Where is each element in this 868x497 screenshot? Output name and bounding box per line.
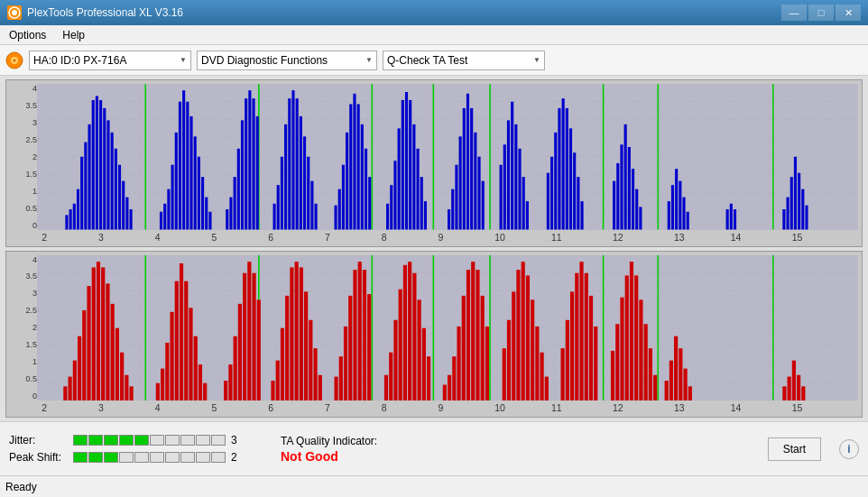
svg-rect-282	[782, 386, 786, 400]
svg-rect-264	[589, 295, 593, 400]
svg-rect-113	[550, 157, 553, 230]
peak-shift-metric: Peak Shift: 2	[9, 451, 245, 464]
svg-rect-217	[309, 319, 312, 400]
test-dropdown[interactable]: Q-Check TA Test ▼	[383, 51, 545, 70]
svg-rect-50	[205, 198, 208, 230]
svg-rect-51	[208, 212, 211, 230]
svg-rect-201	[224, 381, 227, 400]
svg-text:14: 14	[731, 403, 742, 413]
svg-rect-265	[594, 326, 597, 400]
svg-rect-54	[234, 177, 236, 229]
svg-rect-81	[365, 149, 367, 230]
svg-rect-79	[357, 104, 360, 229]
svg-rect-86	[398, 128, 401, 229]
svg-rect-73	[334, 206, 337, 230]
svg-text:5: 5	[212, 403, 217, 413]
svg-rect-268	[620, 297, 623, 400]
svg-rect-99	[466, 94, 469, 230]
svg-rect-192	[165, 342, 169, 400]
svg-rect-242	[462, 295, 466, 400]
svg-rect-236	[422, 327, 426, 400]
svg-rect-96	[455, 165, 457, 230]
svg-rect-123	[616, 163, 619, 230]
svg-rect-69	[303, 136, 306, 229]
svg-rect-75	[342, 165, 345, 230]
drive-dropdown[interactable]: HA:0 ID:0 PX-716A ▼	[29, 51, 191, 70]
info-button[interactable]: i	[839, 439, 859, 459]
svg-rect-198	[194, 336, 198, 400]
svg-rect-47	[194, 136, 197, 229]
svg-text:4: 4	[155, 403, 161, 413]
function-dropdown-arrow: ▼	[365, 56, 373, 64]
svg-rect-93	[424, 201, 427, 229]
by-label-05: 0.5	[8, 374, 37, 383]
minimize-button[interactable]: —	[781, 5, 807, 21]
by-label-2: 2	[8, 323, 37, 332]
ps-seg-10	[211, 452, 226, 463]
svg-rect-26	[88, 124, 90, 230]
drive-dropdown-arrow: ▼	[180, 56, 187, 64]
svg-rect-219	[319, 374, 322, 400]
function-dropdown[interactable]: DVD Diagnostic Functions ▼	[197, 51, 377, 70]
maximize-button[interactable]: □	[808, 5, 834, 21]
svg-rect-72	[315, 204, 318, 230]
svg-rect-202	[228, 364, 232, 400]
svg-rect-127	[632, 169, 634, 229]
svg-rect-208	[257, 299, 261, 400]
svg-rect-106	[507, 120, 510, 229]
svg-rect-263	[585, 272, 588, 400]
svg-rect-139	[782, 209, 785, 229]
svg-rect-98	[463, 108, 466, 230]
start-button[interactable]: Start	[768, 437, 821, 461]
jitter-seg-5	[134, 435, 149, 446]
svg-rect-41	[171, 165, 174, 230]
charts-section: 4 3.5 3 2.5 2 1.5 1 0.5 0	[0, 76, 868, 421]
window-controls: — □ ✕	[781, 5, 861, 21]
svg-text:8: 8	[382, 233, 387, 243]
by-label-1: 1	[8, 357, 37, 366]
peak-shift-value: 2	[231, 451, 245, 464]
app-icon	[7, 5, 22, 20]
close-button[interactable]: ✕	[836, 5, 861, 21]
jitter-seg-4	[119, 435, 134, 446]
jitter-value: 3	[231, 434, 245, 446]
svg-rect-186	[115, 327, 119, 400]
svg-rect-283	[788, 376, 791, 400]
svg-rect-126	[628, 147, 631, 230]
svg-rect-137	[730, 204, 733, 230]
svg-rect-277	[669, 360, 673, 400]
menu-help[interactable]: Help	[59, 28, 88, 42]
svg-rect-134	[682, 198, 685, 230]
svg-rect-88	[405, 92, 408, 230]
svg-text:7: 7	[325, 403, 330, 413]
svg-point-4	[14, 59, 16, 61]
svg-rect-24	[80, 157, 83, 230]
svg-rect-34	[118, 165, 121, 230]
ps-seg-6	[150, 452, 164, 463]
svg-rect-60	[256, 116, 259, 230]
svg-rect-102	[477, 157, 480, 230]
by-label-25: 2.5	[8, 306, 37, 315]
svg-rect-133	[679, 181, 681, 230]
svg-rect-251	[516, 270, 520, 400]
svg-rect-36	[125, 198, 128, 230]
svg-rect-278	[674, 336, 678, 400]
svg-rect-109	[518, 149, 521, 230]
svg-text:9: 9	[439, 233, 444, 243]
svg-rect-246	[481, 295, 485, 400]
ps-seg-8	[180, 452, 195, 463]
jitter-seg-6	[150, 435, 164, 446]
svg-rect-200	[203, 382, 207, 400]
menu-options[interactable]: Options	[5, 28, 50, 42]
svg-rect-100	[470, 108, 473, 230]
svg-rect-267	[615, 324, 619, 400]
by-label-35: 3.5	[8, 272, 37, 281]
svg-rect-272	[639, 299, 642, 400]
svg-text:15: 15	[792, 403, 803, 413]
bottom-chart: 4 3.5 3 2.5 2 1.5 1 0.5 0	[5, 251, 863, 419]
svg-rect-97	[459, 136, 462, 229]
jitter-seg-2	[88, 435, 103, 446]
jitter-seg-1	[73, 435, 88, 446]
svg-rect-140	[787, 198, 790, 230]
svg-rect-258	[561, 348, 565, 400]
